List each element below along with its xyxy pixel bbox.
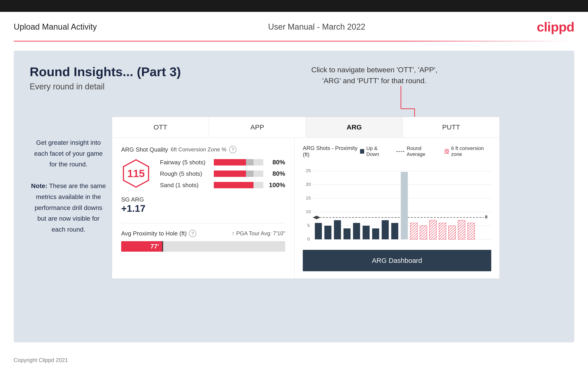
svg-text:10: 10 [306, 209, 311, 214]
proximity-bar: 77' [121, 241, 285, 252]
chart-area: 0 5 10 15 20 25 [303, 164, 491, 246]
fairway-bar [214, 159, 263, 166]
svg-text:0: 0 [307, 237, 310, 242]
sand-row: Sand (1 shots) 100% [160, 182, 285, 189]
upload-manual-label: Upload Manual Activity [14, 22, 97, 32]
proximity-header: Avg Proximity to Hole (ft) ? ↑ PGA Tour … [121, 230, 285, 237]
sg-section: SG ARG +1.17 [121, 196, 285, 214]
note-bold: Note: [31, 182, 47, 189]
main-content: Round Insights... (Part 3) Every round i… [14, 50, 574, 342]
bar-6 [363, 226, 370, 239]
chart-title: ARG Shots - Proximity (ft) [303, 145, 360, 158]
copyright-text: Copyright Clippd 2021 [14, 357, 68, 363]
tab-putt[interactable]: PUTT [403, 117, 500, 137]
chart-svg: 0 5 10 15 20 25 [303, 164, 491, 246]
legend-round-avg: Round Average [396, 145, 438, 157]
proximity-section: Avg Proximity to Hole (ft) ? ↑ PGA Tour … [121, 223, 285, 252]
legend-hatched-box [445, 149, 449, 154]
user-manual-date: User Manual - March 2022 [268, 22, 365, 32]
bar-1 [315, 223, 322, 239]
bar-8 [382, 220, 389, 239]
fairway-row: Fairway (5 shots) 80% [160, 159, 285, 166]
clippd-logo: clippd [537, 19, 574, 34]
bar-tall [401, 172, 408, 239]
sg-arg-value: +1.17 [121, 203, 145, 214]
arg-shot-quality-label: ARG Shot Quality [121, 146, 168, 153]
svg-text:25: 25 [306, 168, 311, 173]
hex-score-row: 115 Fairway (5 shots) 80% [121, 159, 285, 189]
header-divider [14, 41, 574, 42]
proximity-bar-fill: 77' [121, 241, 162, 252]
rough-bar [214, 170, 263, 177]
header: Upload Manual Activity User Manual - Mar… [0, 12, 588, 41]
pga-tour-avg-label: ↑ PGA Tour Avg: 7'10" [232, 230, 285, 237]
tab-arg[interactable]: ARG [306, 117, 403, 137]
rough-pct: 80% [267, 170, 285, 177]
bar-5 [353, 223, 360, 239]
hatch-bar-5 [449, 226, 456, 239]
tabs-row: OTT APP ARG PUTT [112, 117, 500, 138]
svg-text:5: 5 [307, 223, 310, 228]
svg-text:20: 20 [306, 182, 311, 187]
hatch-bar-6 [458, 220, 465, 239]
footer: Copyright Clippd 2021 [0, 351, 588, 367]
help-icon[interactable]: ? [229, 146, 236, 153]
sand-pct: 100% [267, 182, 285, 189]
hatch-bar-1 [410, 223, 417, 239]
svg-marker-20 [313, 216, 320, 219]
hatch-bar-4 [439, 223, 446, 239]
chart-header: ARG Shots - Proximity (ft) Up & Down Rou… [303, 145, 491, 158]
bar-7 [372, 228, 379, 239]
legend-conversion-zone: 6 ft conversion zone [445, 145, 491, 157]
card-body: ARG Shot Quality 6ft Conversion Zone % ?… [112, 138, 500, 279]
sg-arg-label: SG ARG [121, 196, 145, 203]
hexagon-score: 115 [121, 159, 151, 188]
conversion-zone-label: 6ft Conversion Zone % [171, 146, 226, 153]
rough-label: Rough (5 shots) [160, 170, 210, 177]
bar-3 [334, 220, 341, 239]
legend-square-updown [360, 149, 364, 154]
svg-text:8: 8 [485, 215, 487, 219]
bar-4 [343, 228, 350, 239]
shot-rows: Fairway (5 shots) 80% Rough (5 shots) [160, 159, 285, 189]
hatch-bar-2 [420, 226, 427, 239]
page-subtitle: Every round in detail [30, 82, 558, 92]
top-bar [0, 0, 588, 12]
right-panel: ARG Shots - Proximity (ft) Up & Down Rou… [294, 138, 500, 279]
proximity-help-icon[interactable]: ? [189, 230, 196, 237]
insight-text: Get greater insight into each facet of y… [30, 137, 107, 235]
bar-9 [391, 223, 398, 239]
proximity-cursor [162, 241, 163, 252]
tab-app[interactable]: APP [209, 117, 306, 137]
sand-bar [214, 182, 263, 188]
legend-dashed-line [396, 151, 405, 152]
section-label: ARG Shot Quality 6ft Conversion Zone % ? [121, 146, 285, 153]
hexagon-value: 115 [127, 167, 145, 180]
legend-items: Up & Down Round Average 6 ft conversion … [360, 145, 491, 157]
bar-2 [324, 226, 331, 239]
rough-row: Rough (5 shots) 80% [160, 170, 285, 177]
legend-up-down: Up & Down [360, 145, 389, 157]
tab-ott[interactable]: OTT [112, 117, 209, 137]
sand-label: Sand (1 shots) [160, 182, 210, 189]
nav-hint: Click to navigate between 'OTT', 'APP', … [311, 64, 437, 86]
hatch-bar-3 [429, 220, 436, 239]
round-insights-card: OTT APP ARG PUTT ARG Shot Quality 6ft Co… [112, 117, 500, 279]
left-panel: ARG Shot Quality 6ft Conversion Zone % ?… [112, 138, 294, 279]
fairway-pct: 80% [267, 159, 285, 166]
hatch-bar-7 [467, 223, 475, 239]
svg-text:15: 15 [306, 196, 311, 200]
fairway-label: Fairway (5 shots) [160, 159, 210, 166]
page-title: Round Insights... (Part 3) [30, 64, 558, 79]
arg-dashboard-button[interactable]: ARG Dashboard [303, 250, 491, 271]
proximity-label: Avg Proximity to Hole (ft) ? [121, 230, 196, 237]
proximity-bar-value: 77' [150, 243, 159, 250]
